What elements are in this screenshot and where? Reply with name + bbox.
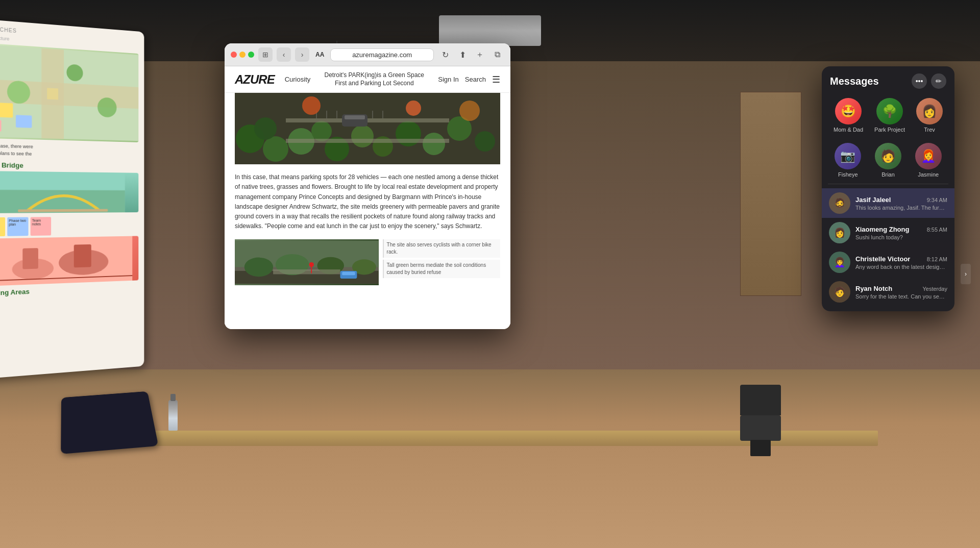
messages-compose-button[interactable]: ✏ [931,73,946,89]
message-preview-ryan: Sorry for the late text. Can you send me… [855,293,947,300]
forward-button[interactable]: › [295,47,309,62]
svg-point-24 [254,117,277,140]
sticky-note-pink: Team notes [31,217,51,236]
close-button[interactable] [231,52,237,58]
message-time-ryan: Yesterday [922,286,947,292]
traffic-lights [231,52,254,58]
sticky-notes-area: Lara's ideas a new... Phase two plan Tea… [0,216,138,237]
reader-mode-button[interactable]: AA [313,51,326,58]
design-text: In this case, there wereby the plans to … [0,142,138,160]
url-bar[interactable]: azuremagazine.com [330,48,434,61]
messages-contacts-row2: 📷 Fisheye 🧑 Brian 👩‍🦰 Jasmine [822,139,954,184]
contact-avatar-trev: 👩 [916,98,943,124]
contact-avatar-fisheye: 📷 [835,143,861,169]
messages-more-button[interactable]: ••• [912,73,927,89]
water-bottle [168,400,178,431]
azure-article[interactable]: In this case, that means parking spots f… [225,93,510,328]
new-tab-button[interactable]: ＋ [473,47,487,62]
svg-rect-35 [286,139,449,143]
contact-name-trev: Trev [924,127,935,133]
sticky-note-blue: Phase two plan [7,217,28,236]
svg-rect-9 [0,119,2,131]
sign-in-link[interactable]: Sign In [438,76,458,83]
svg-rect-7 [0,103,13,117]
contact-park-project[interactable]: 🌳 Park Project [874,98,905,133]
message-info-jasif: Jasif Jaleel 9:34 AM This looks amazing,… [855,196,947,211]
browser-actions: ↻ ⬆ ＋ ⧉ [438,47,504,62]
message-avatar-ryan: 🧑 [829,281,850,303]
messages-header: Messages ••• ✏ [822,66,954,94]
contact-brian[interactable]: 🧑 Brian [875,143,901,178]
message-sender-ryan: Ryan Notch [855,285,892,292]
message-row-xiaomeng[interactable]: 👩 Xiaomeng Zhong 8:55 AM Sushi lunch tod… [822,218,954,247]
azure-nav: AZURE Curiosity Detroit's PARK(ing)is a … [225,66,510,93]
search-link[interactable]: Search [465,76,486,83]
svg-point-44 [406,101,421,116]
article-bottom-section: The site also serves cyclists with a cor… [235,239,500,285]
message-info-christelle: Christelle Victoor 8:12 AM Any word back… [855,255,947,270]
article-captions: The site also serves cyclists with a cor… [383,239,500,285]
seating-areas-label: Seating Areas [0,283,138,297]
contact-name-mom-dad: Mom & Dad [834,127,863,133]
azure-logo[interactable]: AZURE [235,72,275,87]
right-scroll-arrow[interactable]: › [961,264,971,284]
svg-point-26 [311,121,332,141]
message-time-christelle: 8:12 AM [927,256,947,262]
bottle-cap [170,394,176,401]
message-row-ryan[interactable]: 🧑 Ryan Notch Yesterday Sorry for the lat… [822,277,954,307]
svg-point-54 [309,262,313,267]
message-info-ryan: Ryan Notch Yesterday Sorry for the late … [855,285,947,300]
contact-avatar-brian: 🧑 [875,143,901,169]
message-preview-jasif: This looks amazing, Jasif. The furniture… [855,205,947,211]
share-button[interactable]: ⬆ [455,47,470,62]
nav-actions: Sign In Search ☰ [438,74,500,85]
contact-trev[interactable]: 👩 Trev [916,98,943,133]
contact-avatar-mom-dad: 🤩 [835,98,862,124]
contact-name-brian: Brian [881,171,895,178]
message-row-christelle[interactable]: 👩‍🦱 Christelle Victoor 8:12 AM Any word … [822,247,954,277]
back-button[interactable]: ‹ [277,47,291,62]
svg-rect-8 [16,115,32,128]
url-text: azuremagazine.com [352,51,412,59]
contact-mom-dad[interactable]: 🤩 Mom & Dad [834,98,863,133]
svg-rect-53 [273,269,340,274]
article-nav-title: Detroit's PARK(ing)is a Green Space Firs… [321,71,428,87]
contact-avatar-park-project: 🌳 [876,98,903,124]
maximize-button[interactable] [248,52,254,58]
message-name-row-jasif: Jasif Jaleel 9:34 AM [855,196,947,204]
message-avatar-jasif: 🧔 [829,192,850,214]
reload-button[interactable]: ↻ [438,47,452,62]
contact-fisheye[interactable]: 📷 Fisheye [835,143,861,178]
menu-icon[interactable]: ☰ [492,74,500,85]
curiosity-nav-link[interactable]: Curiosity [285,76,311,83]
message-sender-christelle: Christelle Victoor [855,255,910,263]
contact-jasmine[interactable]: 👩‍🦰 Jasmine [915,143,942,178]
sidebar-toggle-button[interactable]: ⊞ [258,47,273,62]
seating-image [0,236,138,286]
bookshelf [740,92,801,296]
browser-window: ⊞ ‹ › AA azuremagazine.com ↻ ⬆ ＋ ⧉ AZURE… [225,43,510,329]
svg-rect-6 [47,88,58,99]
chair-seat [740,415,781,441]
minimize-button[interactable] [239,52,246,58]
bridge-image [0,171,138,213]
svg-point-23 [263,136,288,162]
svg-point-49 [244,258,273,277]
svg-point-33 [475,131,495,152]
chair-back [740,385,781,415]
design-map-image [0,43,138,142]
main-bridge-label: Main Bridge [0,161,138,171]
messages-header-buttons: ••• ✏ [912,73,946,89]
ceiling-duct [439,15,541,46]
office-chair [735,395,786,456]
message-sender-xiaomeng: Xiaomeng Zhong [855,226,909,233]
message-preview-christelle: Any word back on the latest designs? [855,264,947,270]
desk-tablet[interactable] [61,391,158,454]
message-list[interactable]: 🧔 Jasif Jaleel 9:34 AM This looks amazin… [822,184,954,311]
caption-1: The site also serves cyclists with a cor… [383,239,500,258]
copy-button[interactable]: ⧉ [490,47,504,62]
message-name-row-christelle: Christelle Victoor 8:12 AM [855,255,947,263]
contact-name-jasmine: Jasmine [918,171,939,178]
chair-base [750,440,771,456]
message-row-jasif[interactable]: 🧔 Jasif Jaleel 9:34 AM This looks amazin… [822,188,954,218]
